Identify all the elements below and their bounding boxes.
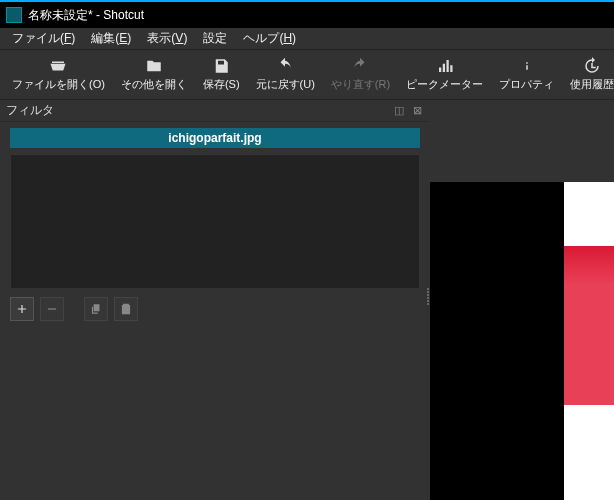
filters-list-area bbox=[10, 154, 420, 289]
menu-help[interactable]: ヘルプ(H) bbox=[235, 28, 304, 49]
dock-icon[interactable]: ◫ bbox=[392, 104, 406, 118]
open-other-label: その他を開く bbox=[121, 77, 187, 92]
copy-filter-button bbox=[84, 297, 108, 321]
menu-file[interactable]: ファイル(F) bbox=[4, 28, 83, 49]
info-icon bbox=[518, 57, 536, 75]
redo-icon bbox=[351, 57, 369, 75]
window-title: 名称未設定* - Shotcut bbox=[28, 7, 144, 24]
preview-panel bbox=[430, 100, 614, 500]
filters-panel-body: ichigoparfait.jpg bbox=[0, 122, 430, 500]
peak-meter-button[interactable]: ピークメーター bbox=[398, 55, 491, 94]
app-icon bbox=[6, 7, 22, 23]
titlebar: 名称未設定* - Shotcut bbox=[0, 0, 614, 28]
paste-filter-button bbox=[114, 297, 138, 321]
toolbar: ファイルを開く(O) その他を開く 保存(S) 元に戻す(U) やり直す(R) … bbox=[0, 50, 614, 100]
open-other-button[interactable]: その他を開く bbox=[113, 55, 195, 94]
save-label: 保存(S) bbox=[203, 77, 240, 92]
menu-settings[interactable]: 設定 bbox=[195, 28, 235, 49]
filters-panel-title: フィルタ bbox=[6, 102, 54, 119]
properties-button[interactable]: プロパティ bbox=[491, 55, 562, 94]
menu-view[interactable]: 表示(V) bbox=[139, 28, 195, 49]
remove-filter-button bbox=[40, 297, 64, 321]
undo-button[interactable]: 元に戻す(U) bbox=[248, 55, 323, 94]
filters-buttons bbox=[10, 297, 420, 321]
menu-edit[interactable]: 編集(E) bbox=[83, 28, 139, 49]
save-button[interactable]: 保存(S) bbox=[195, 55, 248, 94]
open-file-icon bbox=[49, 57, 67, 75]
redo-button: やり直す(R) bbox=[323, 55, 398, 94]
undo-label: 元に戻す(U) bbox=[256, 77, 315, 92]
history-icon bbox=[583, 57, 601, 75]
add-filter-button[interactable] bbox=[10, 297, 34, 321]
peak-meter-label: ピークメーター bbox=[406, 77, 483, 92]
close-icon[interactable]: ⊠ bbox=[410, 104, 424, 118]
content-area: フィルタ ◫ ⊠ ichigoparfait.jpg bbox=[0, 100, 614, 500]
save-icon bbox=[212, 57, 230, 75]
menubar: ファイル(F) 編集(E) 表示(V) 設定 ヘルプ(H) bbox=[0, 28, 614, 50]
undo-icon bbox=[276, 57, 294, 75]
source-name-bar[interactable]: ichigoparfait.jpg bbox=[10, 128, 420, 148]
filters-panel: フィルタ ◫ ⊠ ichigoparfait.jpg bbox=[0, 100, 430, 500]
history-label: 使用履歴 bbox=[570, 77, 614, 92]
open-file-button[interactable]: ファイルを開く(O) bbox=[4, 55, 113, 94]
peak-meter-icon bbox=[436, 57, 454, 75]
filters-panel-header: フィルタ ◫ ⊠ bbox=[0, 100, 430, 122]
video-preview[interactable] bbox=[430, 182, 614, 500]
open-other-icon bbox=[145, 57, 163, 75]
properties-label: プロパティ bbox=[499, 77, 554, 92]
open-file-label: ファイルを開く(O) bbox=[12, 77, 105, 92]
history-button[interactable]: 使用履歴 bbox=[562, 55, 614, 94]
redo-label: やり直す(R) bbox=[331, 77, 390, 92]
preview-image bbox=[564, 182, 614, 500]
